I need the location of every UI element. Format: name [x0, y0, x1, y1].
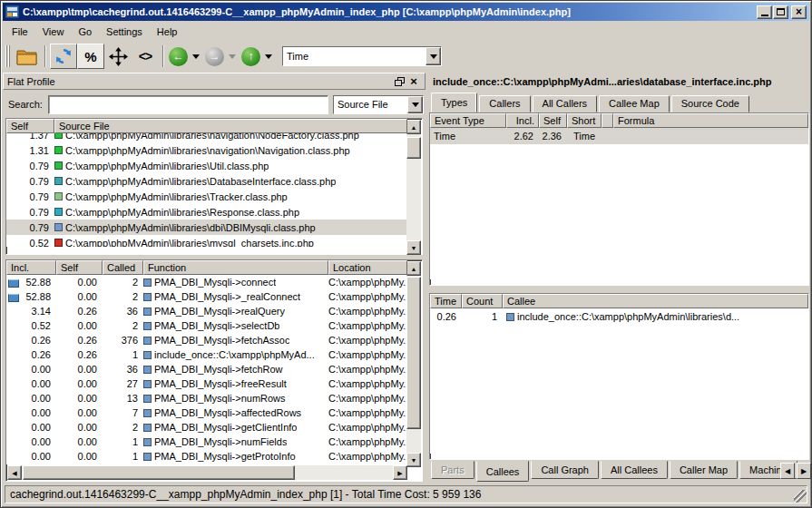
dock-title-bar[interactable]: Flat Profile × — [3, 73, 426, 90]
horizontal-scrollbar[interactable]: ◀ ▶ — [7, 465, 407, 480]
detail-tab[interactable]: Callers — [479, 95, 530, 112]
menu-item[interactable]: Settings — [99, 24, 150, 39]
column-header-location[interactable]: Location — [328, 260, 407, 275]
function-table-row[interactable]: 0.00 0.00 1 PMA_DBI_Mysqli->numFields C:… — [6, 435, 407, 449]
resize-grip[interactable] — [794, 490, 807, 503]
column-header-function[interactable]: Function — [143, 260, 328, 275]
title-bar[interactable]: C:\xampp\tmp\cachegrind.out.1416463299-C… — [3, 3, 809, 21]
called-count-value: 376 — [103, 335, 143, 346]
function-table-row[interactable]: 0.00 0.00 2 PMA_DBI_Mysqli->getClientInf… — [6, 420, 407, 435]
column-header-callee[interactable]: Callee — [503, 294, 808, 308]
column-header-self[interactable]: Self — [6, 119, 54, 133]
self-cost-value: 0.00 — [56, 378, 103, 389]
column-header-time[interactable]: Time — [430, 294, 462, 308]
up-button[interactable]: ↑ — [241, 47, 260, 66]
minimize-button[interactable] — [757, 5, 772, 19]
function-table-row[interactable]: 0.00 0.00 13 PMA_DBI_Mysqli->numRows C:\… — [6, 391, 407, 405]
column-header-formula[interactable]: Formula — [613, 113, 808, 128]
dock-close-button[interactable]: × — [406, 75, 421, 88]
function-table-row[interactable]: 0.00 0.00 1 PMA_DBI_Mysqli->getProtoInfo… — [6, 449, 407, 464]
event-type-combobox[interactable]: Time — [282, 46, 442, 66]
toolbar-drag-handle[interactable] — [5, 45, 12, 67]
scroll-up-button[interactable]: ▲ — [406, 261, 421, 276]
detail-tab[interactable]: Source Code — [671, 95, 749, 112]
tab-scroll-left-button[interactable]: ◀ — [780, 463, 795, 479]
combobox-dropdown-button[interactable] — [426, 47, 441, 65]
scroll-up-button[interactable]: ▲ — [406, 120, 421, 134]
function-table-row[interactable]: 52.88 0.00 2 PMA_DBI_Mysqli->_realConnec… — [6, 289, 407, 304]
back-button[interactable]: ← — [169, 47, 188, 66]
scroll-right-button[interactable]: ▶ — [393, 465, 407, 480]
menu-item[interactable]: View — [35, 24, 72, 39]
file-table-row[interactable]: 0.79 C:\xampp\phpMyAdmin\libraries\dbi\D… — [6, 220, 407, 235]
detail-bottom-tab[interactable]: Call Graph — [531, 461, 599, 479]
column-header-incl[interactable]: Incl. — [6, 260, 56, 275]
file-table-row[interactable]: 0.79 C:\xampp\phpMyAdmin\libraries\Util.… — [6, 158, 407, 173]
file-table-row[interactable]: 0.79 C:\xampp\phpMyAdmin\libraries\Respo… — [6, 204, 407, 220]
maximize-button[interactable] — [773, 5, 788, 19]
detail-tab[interactable]: Callee Map — [599, 95, 670, 112]
function-table-row[interactable]: 0.00 0.00 27 PMA_DBI_Mysqli->freeResult … — [6, 376, 407, 391]
grouping-combobox[interactable]: Source File — [333, 95, 424, 114]
tab-scroll-right-button[interactable]: ▶ — [797, 463, 811, 479]
file-table-row[interactable]: 0.79 C:\xampp\phpMyAdmin\libraries\Datab… — [6, 173, 407, 189]
detail-bottom-tab[interactable]: All Callees — [601, 461, 668, 479]
file-table-row[interactable]: 0.52 C:\xampp\phpMyAdmin\libraries\mysql… — [6, 235, 407, 247]
shorten-templates-button[interactable]: <> — [132, 44, 159, 69]
column-header-incl[interactable]: Incl. — [506, 113, 539, 128]
column-header-count[interactable]: Count — [462, 294, 503, 308]
menu-item[interactable]: Help — [150, 24, 185, 39]
menu-item[interactable]: File — [5, 24, 35, 39]
source-file-path: C:\xampp\phpMyAdmin\libraries\Response.c… — [65, 207, 299, 218]
minimize-icon — [761, 15, 768, 16]
menu-item[interactable]: Go — [71, 24, 99, 39]
dock-float-button[interactable] — [392, 75, 406, 88]
function-table-row[interactable]: 0.26 0.26 1 include_once::C:\xampp\phpMy… — [6, 347, 407, 362]
file-table-row[interactable]: 0.79 C:\xampp\phpMyAdmin\libraries\Track… — [6, 189, 407, 204]
function-table-row[interactable]: 3.14 0.26 36 PMA_DBI_Mysqli->realQuery C… — [6, 304, 407, 318]
detail-bottom-tab[interactable]: Caller Map — [670, 461, 738, 479]
column-header-called[interactable]: Called — [103, 260, 143, 275]
scroll-down-button[interactable]: ▼ — [406, 240, 421, 255]
column-header-event-type[interactable]: Event Type — [430, 113, 506, 128]
detail-tab[interactable]: Types — [431, 93, 477, 112]
incl-cost-value: 0.26 — [32, 349, 51, 360]
open-file-button[interactable] — [14, 44, 41, 69]
column-header-self[interactable]: Self — [56, 260, 103, 275]
event-type-row[interactable]: Time 2.62 2.36 Time — [430, 128, 808, 144]
column-header-source-file[interactable]: Source File — [54, 119, 407, 133]
self-cost-value: 0.00 — [56, 393, 103, 404]
cycle-grouping-button[interactable] — [104, 44, 132, 69]
forward-dropdown-icon[interactable] — [229, 54, 236, 59]
column-header-self[interactable]: Self — [539, 113, 567, 128]
combobox-dropdown-button[interactable] — [407, 96, 423, 113]
vertical-scrollbar[interactable]: ▲ ▼ — [406, 261, 421, 467]
column-header-spacer[interactable] — [602, 113, 613, 128]
scrollbar-thumb[interactable] — [23, 465, 295, 480]
vertical-scrollbar[interactable]: ▲ ▼ — [406, 120, 421, 255]
search-input[interactable] — [48, 95, 328, 114]
scroll-left-button[interactable]: ◀ — [7, 465, 22, 480]
source-file-path: C:\xampp\phpMyAdmin\libraries\Util.class… — [65, 161, 269, 171]
forward-button[interactable]: → — [205, 47, 224, 66]
close-button[interactable]: × — [791, 5, 807, 19]
scroll-down-button[interactable]: ▼ — [406, 453, 421, 467]
self-cost-value: 0.00 — [56, 291, 103, 302]
function-table-row[interactable]: 0.26 0.26 376 PMA_DBI_Mysqli->fetchAssoc… — [6, 333, 407, 347]
scrollbar-thumb[interactable] — [406, 137, 421, 159]
up-dropdown-icon[interactable] — [265, 54, 272, 59]
function-table-row[interactable]: 0.00 0.00 36 PMA_DBI_Mysqli->fetchRow C:… — [6, 362, 407, 376]
scrollbar-thumb[interactable] — [406, 277, 421, 429]
function-table-row[interactable]: 52.88 0.00 2 PMA_DBI_Mysqli->connect C:\… — [6, 275, 407, 289]
function-table-row[interactable]: 0.52 0.00 2 PMA_DBI_Mysqli->selectDb C:\… — [6, 318, 407, 333]
file-table-row[interactable]: 1.31 C:\xampp\phpMyAdmin\libraries\navig… — [6, 142, 407, 158]
column-header-short[interactable]: Short — [567, 113, 602, 128]
refresh-button[interactable] — [50, 44, 77, 69]
relative-percent-button[interactable]: % — [77, 44, 104, 69]
function-table-row[interactable]: 0.00 0.00 7 PMA_DBI_Mysqli->affectedRows… — [6, 405, 407, 420]
detail-bottom-tab[interactable]: Parts — [431, 461, 474, 479]
callee-row[interactable]: 0.26 1 include_once::C:\xampp\phpMyAdmin… — [430, 308, 808, 325]
detail-tab[interactable]: All Callers — [533, 95, 598, 112]
detail-bottom-tab[interactable]: Callees — [476, 461, 530, 482]
back-dropdown-icon[interactable] — [192, 54, 200, 59]
